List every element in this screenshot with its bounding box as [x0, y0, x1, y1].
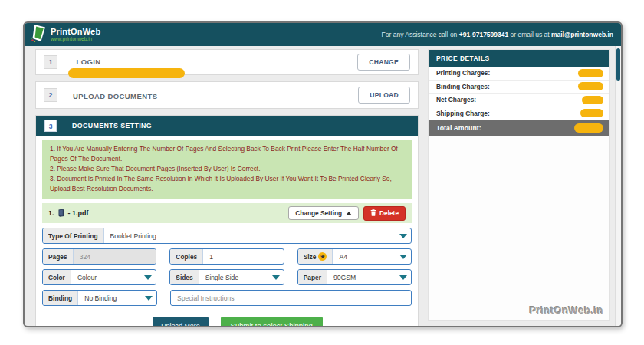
chevron-down-icon[interactable] [141, 291, 156, 305]
chevron-down-icon[interactable] [396, 270, 411, 284]
upload-step-title: UPLOAD DOCUMENTS [73, 90, 157, 100]
change-setting-button[interactable]: Change Setting [288, 206, 359, 220]
main-column: 1 LOGIN CHANGE 2 UPLOAD DOCUMENTS UPLOAD… [35, 49, 419, 321]
chevron-down-icon[interactable] [268, 270, 284, 284]
upload-button[interactable]: UPLOAD [358, 87, 410, 104]
login-step-card: 1 LOGIN CHANGE [35, 49, 419, 75]
redacted-value [574, 123, 603, 133]
assistance-email[interactable]: mail@printonweb.in [551, 31, 613, 38]
logo-icon [31, 24, 48, 45]
type-of-printing-select[interactable]: Booklet Printing [104, 228, 396, 243]
copies-input[interactable]: 1 [203, 249, 283, 264]
redacted-value [580, 109, 603, 117]
step-number-1: 1 [44, 55, 58, 69]
price-details-card: PRICE DETAILS Printing Charges: Binding … [429, 50, 610, 136]
price-row-printing: Printing Charges: [429, 67, 610, 80]
submit-shipping-button[interactable]: Submit to select Shipping [221, 317, 323, 327]
redacted-value [582, 96, 603, 104]
pages-input: 324 [74, 249, 156, 264]
field-type-of-printing: Type Of Printing Booklet Printing [42, 228, 412, 244]
delete-button[interactable]: Delete [363, 206, 406, 221]
document-icon [58, 209, 65, 219]
upload-more-button[interactable]: Upload More [153, 317, 208, 327]
logo-subtitle: www.printonweb.in [51, 37, 100, 42]
chevron-up-icon [346, 212, 352, 215]
binding-charges-label: Binding Charges: [436, 83, 490, 90]
chevron-down-icon[interactable] [396, 249, 411, 264]
logo-title: PrintOnWeb [51, 28, 100, 36]
vertical-scrollbar[interactable] [615, 46, 621, 326]
login-step-title: LOGIN [76, 55, 100, 66]
trash-icon [370, 209, 376, 218]
field-paper: Paper 90GSM [297, 269, 412, 285]
watermark: PrintOnWeb.in [529, 304, 603, 316]
assistance-phone: +91-9717599341 [459, 31, 509, 38]
instruction-line-2: 2. Please Make Sure That Document Pages … [50, 164, 404, 174]
field-size: Size ★ A4 [297, 248, 412, 264]
instructions-box: 1. If You Are Manually Entering The Numb… [42, 140, 412, 199]
logo[interactable]: PrintOnWeb www.printonweb.in [31, 24, 100, 45]
change-setting-label: Change Setting [295, 209, 342, 217]
upload-step-card: 2 UPLOAD DOCUMENTS UPLOAD [35, 81, 419, 109]
assistance-middle: or email us at [508, 31, 551, 38]
step-number-2: 2 [44, 88, 58, 102]
assistance-prefix: For any Assistance call on [382, 31, 459, 38]
field-binding: Binding No Binding [42, 290, 157, 306]
price-row-binding: Binding Charges: [429, 80, 610, 94]
color-label: Color [43, 270, 71, 284]
assistance-text: For any Assistance call on +91-971759934… [382, 31, 613, 38]
form-actions: Upload More Submit to select Shipping [47, 317, 429, 327]
delete-label: Delete [380, 209, 399, 217]
net-charges-label: Net Charges: [436, 96, 476, 104]
scrollbar-thumb[interactable] [616, 48, 620, 80]
change-login-button[interactable]: CHANGE [357, 54, 410, 71]
paper-label: Paper [298, 270, 327, 284]
star-icon: ★ [318, 252, 327, 261]
field-sides: Sides Single Side [169, 269, 284, 285]
print-settings-form: Type Of Printing Booklet Printing Pages … [36, 226, 418, 310]
size-label-text: Size [304, 253, 317, 261]
chevron-down-icon[interactable] [140, 270, 156, 284]
price-details-title: PRICE DETAILS [429, 50, 610, 67]
total-amount-row: Total Amount: [429, 120, 610, 136]
paper-select[interactable]: 90GSM [327, 270, 396, 284]
document-title: 1. - 1.pdf [48, 209, 89, 219]
field-pages: Pages 324 [42, 248, 156, 264]
size-label: Size ★ [298, 249, 334, 264]
redacted-value [578, 82, 603, 90]
copies-label: Copies [170, 249, 203, 264]
chevron-down-icon[interactable] [396, 228, 411, 243]
documents-setting-card: 3 DOCUMENTS SETTING 1. If You Are Manual… [35, 115, 419, 327]
redacted-value [578, 69, 603, 77]
binding-label: Binding [43, 291, 78, 305]
printing-charges-label: Printing Charges: [436, 69, 490, 77]
price-row-net: Net Charges: [429, 94, 610, 107]
price-sidebar: PRICE DETAILS Printing Charges: Binding … [428, 49, 610, 321]
document-index: 1. [48, 209, 54, 217]
document-row: 1. - 1.pdf Change Setting [42, 203, 412, 223]
type-of-printing-label: Type Of Printing [43, 228, 104, 243]
app-header: PrintOnWeb www.printonweb.in For any Ass… [25, 23, 621, 46]
size-select[interactable]: A4 [333, 249, 396, 264]
documents-setting-title: DOCUMENTS SETTING [72, 122, 152, 130]
step-number-3: 3 [44, 120, 57, 132]
total-amount-label: Total Amount: [436, 124, 481, 132]
pages-label: Pages [43, 249, 74, 264]
instruction-line-1: 1. If You Are Manually Entering The Numb… [50, 144, 404, 164]
binding-select[interactable]: No Binding [78, 291, 141, 305]
document-name: - 1.pdf [68, 209, 89, 217]
field-color: Color Colour [42, 269, 156, 285]
shipping-charge-label: Shipping Charge: [436, 110, 490, 117]
browser-window: PrintOnWeb www.printonweb.in For any Ass… [23, 21, 623, 327]
page-content: 1 LOGIN CHANGE 2 UPLOAD DOCUMENTS UPLOAD… [25, 46, 615, 326]
sides-select[interactable]: Single Side [199, 270, 268, 284]
redacted-login-info [68, 68, 185, 78]
sides-label: Sides [170, 270, 199, 284]
special-instructions-input[interactable] [170, 290, 412, 306]
instruction-line-3: 3. Document Is Printed In The Same Resol… [50, 174, 404, 194]
color-select[interactable]: Colour [71, 270, 140, 284]
documents-setting-header: 3 DOCUMENTS SETTING [36, 116, 418, 136]
field-copies: Copies 1 [169, 248, 284, 264]
price-row-shipping: Shipping Charge: [429, 107, 610, 121]
